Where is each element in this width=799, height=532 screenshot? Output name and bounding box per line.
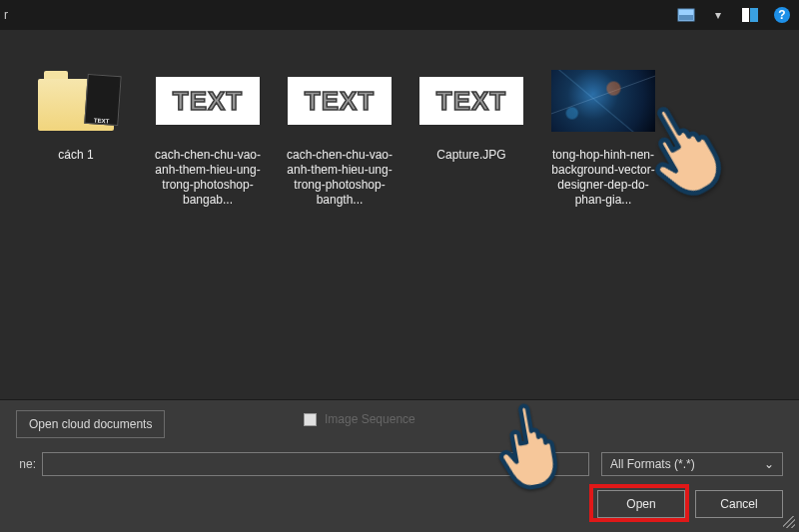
file-list[interactable]: TEXTcách 1TEXTcach-chen-chu-vao-anh-them… (10, 50, 789, 379)
dialog-buttons: Open Cancel (597, 490, 783, 518)
window-title: r (4, 8, 8, 22)
file-item[interactable]: TEXTCapture.JPG (407, 50, 535, 218)
dropdown-caret-icon[interactable]: ▾ (709, 6, 727, 24)
panel-toggle-icon[interactable] (741, 6, 759, 24)
titlebar-controls: ▾ ? (677, 6, 791, 24)
image-sequence-label: Image Sequence (325, 412, 415, 426)
view-thumbnails-icon[interactable] (677, 6, 695, 24)
file-item[interactable]: TEXTcach-chen-chu-vao-anh-them-hieu-ung-… (276, 50, 403, 218)
file-item[interactable]: TEXTcach-chen-chu-vao-anh-them-hieu-ung-… (144, 50, 272, 218)
file-name-label: cách 1 (58, 148, 93, 163)
thumb-text: TEXT (305, 86, 375, 117)
file-thumbnail: TEXT (24, 60, 128, 142)
file-name-label: tong-hop-hinh-nen-background-vector-desi… (544, 148, 662, 208)
filename-input[interactable] (42, 452, 589, 476)
file-format-dropdown[interactable]: All Formats (*.*) ⌄ (601, 452, 783, 476)
text-thumb-icon: TEXT (419, 77, 523, 125)
file-item[interactable]: tong-hop-hinh-nen-background-vector-desi… (539, 50, 667, 218)
filename-label: ne: (4, 457, 36, 471)
image-sequence-row: Image Sequence (304, 412, 415, 426)
image-thumb-icon (551, 70, 655, 132)
open-cloud-documents-button[interactable]: Open cloud documents (16, 410, 165, 438)
title-bar: r ▾ ? (0, 0, 799, 30)
image-sequence-checkbox[interactable] (304, 413, 317, 426)
open-button[interactable]: Open (597, 490, 685, 518)
file-thumbnail (551, 60, 655, 142)
cancel-button[interactable]: Cancel (695, 490, 783, 518)
svg-rect-2 (742, 8, 749, 22)
svg-rect-3 (750, 8, 758, 22)
file-thumbnail: TEXT (288, 60, 392, 142)
filename-row: ne: (4, 452, 589, 476)
file-thumbnail: TEXT (419, 60, 523, 142)
svg-text:?: ? (778, 8, 785, 22)
text-thumb-icon: TEXT (288, 77, 392, 125)
text-thumb-icon: TEXT (156, 77, 260, 125)
thumb-text: TEXT (436, 86, 506, 117)
file-thumbnail: TEXT (156, 60, 260, 142)
help-icon[interactable]: ? (773, 6, 791, 24)
resize-grip-icon[interactable] (783, 516, 795, 528)
file-item[interactable]: TEXTcách 1 (12, 50, 140, 218)
file-name-label: Capture.JPG (436, 148, 505, 163)
file-name-label: cach-chen-chu-vao-anh-them-hieu-ung-tron… (281, 148, 399, 208)
dialog-bottom-panel: Open cloud documents Image Sequence ne: … (0, 400, 799, 532)
folder-icon: TEXT (38, 71, 114, 131)
thumb-text: TEXT (173, 86, 243, 117)
chevron-down-icon: ⌄ (764, 457, 774, 471)
file-name-label: cach-chen-chu-vao-anh-them-hieu-ung-tron… (149, 148, 267, 208)
file-format-selected: All Formats (*.*) (610, 457, 695, 471)
svg-rect-1 (679, 15, 693, 20)
